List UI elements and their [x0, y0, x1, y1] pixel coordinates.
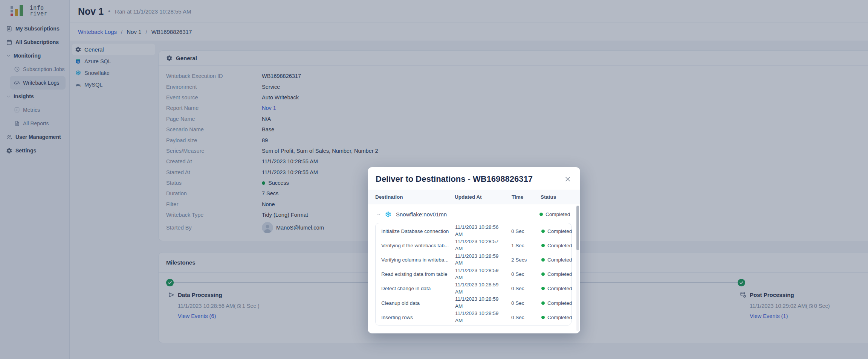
step-updated-at: 11/1/2023 10:28:59 AM [455, 296, 511, 310]
step-status: Completed [541, 228, 572, 234]
status-dot-icon [539, 213, 543, 216]
close-icon[interactable] [564, 175, 572, 183]
step-updated-at: 11/1/2023 10:28:59 AM [455, 310, 511, 324]
step-name: Detect change in data [381, 286, 455, 291]
step-updated-at: 11/1/2023 10:28:59 AM [455, 281, 511, 296]
deliver-destinations-modal: Deliver to Destinations - WB1698826317 D… [368, 167, 580, 333]
col-destination: Destination [375, 194, 455, 200]
step-name: Read existing data from table [381, 271, 455, 277]
status-dot-icon [541, 258, 545, 262]
step-status: Completed [541, 243, 572, 248]
chevron-down-icon[interactable] [376, 212, 381, 217]
modal-table-header: Destination Updated At Time Status [368, 190, 580, 204]
snowflake-icon [385, 211, 392, 218]
destination-group-row[interactable]: Snowflake:nov01mn Completed [368, 204, 580, 218]
status-dot-icon [541, 287, 545, 290]
step-time: 1 Sec [511, 243, 541, 248]
destination-name: Snowflake:nov01mn [396, 211, 447, 218]
modal-body: Snowflake:nov01mn Completed Initialize D… [368, 204, 580, 333]
step-time: 0 Sec [511, 315, 541, 320]
step-updated-at: 11/1/2023 10:28:57 AM [455, 238, 511, 253]
col-updated-at: Updated At [455, 194, 512, 200]
step-row-detect-change-in-data: Detect change in data11/1/2023 10:28:59 … [376, 281, 571, 296]
step-row-cleanup-old-data: Cleanup old data11/1/2023 10:28:59 AM0 S… [376, 296, 571, 310]
step-time: 0 Sec [511, 228, 541, 234]
step-name: Initialize Database connection [381, 228, 455, 234]
step-status: Completed [541, 286, 572, 291]
col-time: Time [512, 194, 541, 200]
step-time: 0 Sec [511, 271, 541, 277]
modal-scrollbar-thumb[interactable] [576, 206, 579, 250]
step-row-initialize-database-connection: Initialize Database connection11/1/2023 … [376, 224, 571, 238]
step-time: 2 Secs [511, 257, 541, 263]
status-dot-icon [541, 272, 545, 276]
step-row-verifying-columns-in-writeba: Verifying columns in writeba...11/1/2023… [376, 253, 571, 267]
destination-steps: Initialize Database connection11/1/2023 … [375, 223, 572, 326]
status-dot-icon [541, 230, 545, 233]
step-time: 0 Sec [511, 300, 541, 306]
step-status: Completed [541, 257, 572, 263]
step-updated-at: 11/1/2023 10:28:59 AM [455, 253, 511, 267]
step-row-read-existing-data-from-table: Read existing data from table11/1/2023 1… [376, 267, 571, 281]
destination-status: Completed [539, 211, 570, 217]
step-name: Verifying if the writeback tab... [381, 243, 455, 248]
status-dot-icon [541, 301, 545, 305]
col-status: Status [541, 194, 580, 200]
modal-header: Deliver to Destinations - WB1698826317 [368, 167, 580, 190]
step-status: Completed [541, 271, 572, 277]
step-name: Verifying columns in writeba... [381, 257, 455, 263]
step-name: Inserting rows [381, 315, 455, 320]
step-updated-at: 11/1/2023 10:28:59 AM [455, 267, 511, 281]
step-row-inserting-rows: Inserting rows11/1/2023 10:28:59 AM0 Sec… [376, 310, 571, 324]
status-dot-icon [541, 244, 545, 247]
step-row-verifying-if-the-writeback-tab: Verifying if the writeback tab...11/1/20… [376, 238, 571, 253]
status-dot-icon [541, 316, 545, 319]
step-status: Completed [541, 315, 572, 320]
step-status: Completed [541, 300, 572, 306]
modal-title: Deliver to Destinations - WB1698826317 [376, 174, 533, 184]
step-name: Cleanup old data [381, 300, 455, 306]
step-time: 0 Sec [511, 286, 541, 291]
step-updated-at: 11/1/2023 10:28:56 AM [455, 224, 511, 238]
